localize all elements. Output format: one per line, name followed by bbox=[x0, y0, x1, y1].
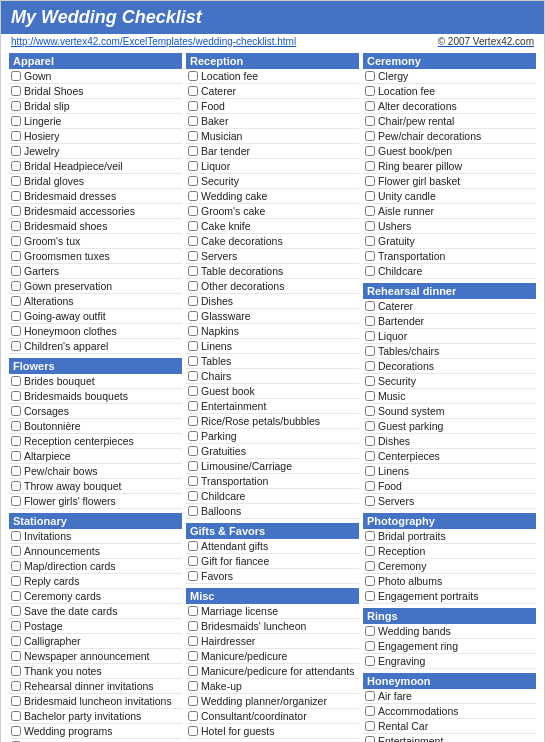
checklist-checkbox[interactable] bbox=[11, 696, 21, 706]
checklist-checkbox[interactable] bbox=[188, 696, 198, 706]
checklist-checkbox[interactable] bbox=[188, 571, 198, 581]
checklist-checkbox[interactable] bbox=[365, 421, 375, 431]
checklist-checkbox[interactable] bbox=[365, 626, 375, 636]
checklist-checkbox[interactable] bbox=[365, 576, 375, 586]
checklist-checkbox[interactable] bbox=[11, 326, 21, 336]
checklist-checkbox[interactable] bbox=[365, 346, 375, 356]
checklist-checkbox[interactable] bbox=[365, 546, 375, 556]
checklist-checkbox[interactable] bbox=[11, 311, 21, 321]
checklist-checkbox[interactable] bbox=[188, 191, 198, 201]
checklist-checkbox[interactable] bbox=[188, 371, 198, 381]
checklist-checkbox[interactable] bbox=[11, 591, 21, 601]
checklist-checkbox[interactable] bbox=[365, 206, 375, 216]
checklist-checkbox[interactable] bbox=[188, 386, 198, 396]
checklist-checkbox[interactable] bbox=[365, 531, 375, 541]
checklist-checkbox[interactable] bbox=[11, 711, 21, 721]
checklist-checkbox[interactable] bbox=[11, 651, 21, 661]
checklist-checkbox[interactable] bbox=[188, 666, 198, 676]
checklist-checkbox[interactable] bbox=[11, 376, 21, 386]
checklist-checkbox[interactable] bbox=[365, 161, 375, 171]
checklist-checkbox[interactable] bbox=[188, 131, 198, 141]
checklist-checkbox[interactable] bbox=[365, 146, 375, 156]
checklist-checkbox[interactable] bbox=[365, 706, 375, 716]
checklist-checkbox[interactable] bbox=[188, 71, 198, 81]
checklist-checkbox[interactable] bbox=[11, 666, 21, 676]
checklist-checkbox[interactable] bbox=[188, 401, 198, 411]
checklist-checkbox[interactable] bbox=[11, 546, 21, 556]
checklist-checkbox[interactable] bbox=[365, 191, 375, 201]
checklist-checkbox[interactable] bbox=[11, 266, 21, 276]
checklist-checkbox[interactable] bbox=[11, 341, 21, 351]
checklist-checkbox[interactable] bbox=[188, 606, 198, 616]
checklist-checkbox[interactable] bbox=[11, 496, 21, 506]
checklist-checkbox[interactable] bbox=[11, 421, 21, 431]
url-link[interactable]: http://www.vertex42.com/ExcelTemplates/w… bbox=[11, 36, 296, 47]
checklist-checkbox[interactable] bbox=[11, 391, 21, 401]
checklist-checkbox[interactable] bbox=[365, 591, 375, 601]
checklist-checkbox[interactable] bbox=[365, 406, 375, 416]
checklist-checkbox[interactable] bbox=[188, 101, 198, 111]
checklist-checkbox[interactable] bbox=[365, 266, 375, 276]
checklist-checkbox[interactable] bbox=[11, 176, 21, 186]
checklist-checkbox[interactable] bbox=[188, 176, 198, 186]
checklist-checkbox[interactable] bbox=[11, 451, 21, 461]
checklist-checkbox[interactable] bbox=[188, 541, 198, 551]
checklist-checkbox[interactable] bbox=[11, 251, 21, 261]
checklist-checkbox[interactable] bbox=[11, 206, 21, 216]
checklist-checkbox[interactable] bbox=[188, 161, 198, 171]
checklist-checkbox[interactable] bbox=[365, 116, 375, 126]
checklist-checkbox[interactable] bbox=[188, 461, 198, 471]
checklist-checkbox[interactable] bbox=[188, 556, 198, 566]
checklist-checkbox[interactable] bbox=[11, 131, 21, 141]
checklist-checkbox[interactable] bbox=[365, 71, 375, 81]
checklist-checkbox[interactable] bbox=[188, 431, 198, 441]
checklist-checkbox[interactable] bbox=[365, 101, 375, 111]
checklist-checkbox[interactable] bbox=[11, 296, 21, 306]
checklist-checkbox[interactable] bbox=[188, 206, 198, 216]
checklist-checkbox[interactable] bbox=[188, 266, 198, 276]
checklist-checkbox[interactable] bbox=[188, 236, 198, 246]
checklist-checkbox[interactable] bbox=[188, 341, 198, 351]
checklist-checkbox[interactable] bbox=[365, 221, 375, 231]
checklist-checkbox[interactable] bbox=[188, 636, 198, 646]
checklist-checkbox[interactable] bbox=[365, 641, 375, 651]
checklist-checkbox[interactable] bbox=[188, 221, 198, 231]
checklist-checkbox[interactable] bbox=[11, 406, 21, 416]
checklist-checkbox[interactable] bbox=[365, 391, 375, 401]
checklist-checkbox[interactable] bbox=[11, 71, 21, 81]
checklist-checkbox[interactable] bbox=[188, 416, 198, 426]
checklist-checkbox[interactable] bbox=[11, 531, 21, 541]
checklist-checkbox[interactable] bbox=[188, 146, 198, 156]
checklist-checkbox[interactable] bbox=[11, 221, 21, 231]
checklist-checkbox[interactable] bbox=[11, 191, 21, 201]
checklist-checkbox[interactable] bbox=[11, 636, 21, 646]
checklist-checkbox[interactable] bbox=[188, 651, 198, 661]
checklist-checkbox[interactable] bbox=[11, 116, 21, 126]
checklist-checkbox[interactable] bbox=[188, 506, 198, 516]
checklist-checkbox[interactable] bbox=[365, 481, 375, 491]
checklist-checkbox[interactable] bbox=[188, 726, 198, 736]
checklist-checkbox[interactable] bbox=[365, 361, 375, 371]
checklist-checkbox[interactable] bbox=[365, 561, 375, 571]
checklist-checkbox[interactable] bbox=[365, 131, 375, 141]
checklist-checkbox[interactable] bbox=[365, 376, 375, 386]
checklist-checkbox[interactable] bbox=[188, 251, 198, 261]
checklist-checkbox[interactable] bbox=[11, 146, 21, 156]
checklist-checkbox[interactable] bbox=[188, 621, 198, 631]
checklist-checkbox[interactable] bbox=[11, 576, 21, 586]
checklist-checkbox[interactable] bbox=[11, 101, 21, 111]
checklist-checkbox[interactable] bbox=[188, 446, 198, 456]
checklist-checkbox[interactable] bbox=[11, 606, 21, 616]
checklist-checkbox[interactable] bbox=[365, 236, 375, 246]
checklist-checkbox[interactable] bbox=[188, 356, 198, 366]
checklist-checkbox[interactable] bbox=[365, 656, 375, 666]
checklist-checkbox[interactable] bbox=[188, 326, 198, 336]
checklist-checkbox[interactable] bbox=[11, 436, 21, 446]
checklist-checkbox[interactable] bbox=[365, 736, 375, 742]
checklist-checkbox[interactable] bbox=[188, 116, 198, 126]
checklist-checkbox[interactable] bbox=[365, 451, 375, 461]
checklist-checkbox[interactable] bbox=[365, 496, 375, 506]
checklist-checkbox[interactable] bbox=[365, 721, 375, 731]
checklist-checkbox[interactable] bbox=[188, 711, 198, 721]
checklist-checkbox[interactable] bbox=[188, 296, 198, 306]
